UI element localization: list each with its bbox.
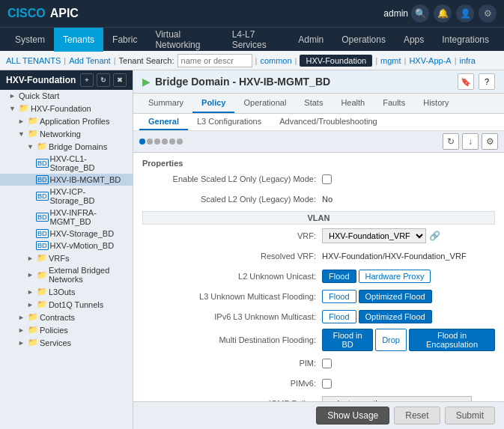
- nav-system[interactable]: System: [6, 28, 54, 52]
- multi-drop-btn[interactable]: Drop: [375, 329, 407, 351]
- vrf-select[interactable]: HXV-Foundation_VRF: [322, 228, 426, 243]
- l3-flood-btn[interactable]: Flood: [322, 290, 356, 303]
- vlan-divider: VLAN: [142, 211, 495, 225]
- user-icon-btn[interactable]: 👤: [456, 4, 474, 22]
- sidebar-icon-3[interactable]: ✖: [113, 73, 127, 87]
- nav-admin[interactable]: Admin: [289, 28, 333, 52]
- reset-btn[interactable]: Reset: [394, 407, 440, 425]
- tab-summary[interactable]: Summary: [139, 94, 192, 113]
- tree-l3outs[interactable]: ► 📁 L3Outs: [0, 285, 133, 298]
- tab-faults[interactable]: Faults: [374, 94, 414, 113]
- nav-arrows: [139, 139, 183, 144]
- tab-operational[interactable]: Operational: [234, 94, 295, 113]
- download-btn[interactable]: ↓: [462, 133, 479, 150]
- folder-icon: 📁: [28, 312, 38, 322]
- header-icons: 🔖 ?: [458, 73, 495, 90]
- tree-hxv-ib-mgmt[interactable]: BD HXV-IB-MGMT_BD: [0, 174, 133, 186]
- l2-hardware-proxy-btn[interactable]: Hardware Proxy: [359, 270, 431, 283]
- nav-dot-4: [162, 139, 168, 144]
- obj-icon: BD: [36, 175, 49, 184]
- show-usage-btn[interactable]: Show Usage: [316, 407, 389, 425]
- sub-tab-general[interactable]: General: [139, 114, 188, 130]
- nav-fabric[interactable]: Fabric: [103, 28, 146, 52]
- vrf-link-icon[interactable]: 🔗: [429, 231, 440, 241]
- submit-btn[interactable]: Submit: [445, 407, 495, 425]
- infra-tenant-link[interactable]: infra: [460, 56, 476, 65]
- tree-hxv-icp-storage[interactable]: BD HXV-ICP-Storage_BD: [0, 186, 133, 207]
- tab-stats[interactable]: Stats: [295, 94, 332, 113]
- top-bar: CISCO APIC admin 🔍 🔔 👤 ⚙: [0, 0, 504, 27]
- tree-networking[interactable]: ▼ 📁 Networking: [0, 127, 133, 140]
- settings-btn[interactable]: ⚙: [482, 133, 498, 150]
- tree-label: Policies: [40, 326, 68, 335]
- help-btn[interactable]: ?: [479, 73, 495, 90]
- tree-hxv-infra-mgmt[interactable]: BD HXV-INFRA-MGMT_BD: [0, 207, 133, 228]
- multi-flood-bd-btn[interactable]: Flood in BD: [322, 329, 373, 351]
- nav-operations[interactable]: Operations: [333, 28, 395, 52]
- tree-hxv-cl1-storage[interactable]: BD HXV-CL1-Storage_BD: [0, 153, 133, 174]
- bookmark-btn[interactable]: 🔖: [458, 73, 474, 90]
- tree-hxv-foundation[interactable]: ▼ 📁 HXV-Foundation: [0, 102, 133, 115]
- tenant-search-input[interactable]: [177, 54, 252, 67]
- all-tenants-link[interactable]: ALL TENANTS: [6, 56, 61, 65]
- search-top-btn[interactable]: 🔍: [411, 4, 429, 22]
- nav-dot-3: [154, 139, 160, 144]
- obj-icon: BD: [36, 159, 49, 168]
- nav-apps[interactable]: Apps: [395, 28, 433, 52]
- folder-icon: 📁: [28, 338, 38, 347]
- ipv6-flood-btn[interactable]: Flood: [322, 310, 356, 323]
- add-tenant-link[interactable]: Add Tenant: [69, 56, 110, 65]
- tab-policy[interactable]: Policy: [192, 94, 234, 113]
- ipv6-unknown-multicast-label: IPv6 L3 Unknown Multicast:: [142, 312, 322, 321]
- l3-optimized-flood-btn[interactable]: Optimized Flood: [359, 290, 432, 303]
- tree-label: Application Profiles: [40, 117, 110, 126]
- nav-virtual-networking[interactable]: Virtual Networking: [146, 28, 222, 52]
- enable-scaled-l2-checkbox[interactable]: [322, 174, 332, 184]
- sub-tab-advanced[interactable]: Advanced/Troubleshooting: [270, 114, 386, 130]
- nav-tenants[interactable]: Tenants: [54, 28, 103, 52]
- igmp-policy-select[interactable]: select an option: [322, 396, 472, 401]
- tree-label: HXV-vMotion_BD: [50, 241, 115, 250]
- ipv6-optimized-flood-btn[interactable]: Optimized Flood: [359, 310, 432, 323]
- bell-icon-btn[interactable]: 🔔: [434, 4, 452, 22]
- refresh-btn[interactable]: ↻: [443, 133, 459, 150]
- tree-label: Networking: [40, 130, 81, 139]
- tree-dot1q[interactable]: ► 📁 Dot1Q Tunnels: [0, 298, 133, 311]
- tree-app-profiles[interactable]: ► 📁 Application Profiles: [0, 115, 133, 127]
- tab-health[interactable]: Health: [332, 94, 374, 113]
- tree-hxv-storage[interactable]: BD HXV-Storage_BD: [0, 228, 133, 240]
- tree-quick-start[interactable]: ► Quick Start: [0, 90, 133, 102]
- tree-arrow-icon: ►: [18, 314, 25, 321]
- obj-icon: BD: [36, 229, 49, 238]
- folder-icon: 📁: [37, 270, 47, 280]
- pimv6-checkbox[interactable]: [322, 379, 332, 389]
- tree-services[interactable]: ► 📁 Services: [0, 336, 133, 349]
- sidebar-icon-1[interactable]: +: [80, 73, 94, 87]
- nav-l4l7[interactable]: L4-L7 Services: [223, 28, 290, 52]
- tab-history[interactable]: History: [414, 94, 458, 113]
- tree-policies[interactable]: ► 📁 Policies: [0, 323, 133, 336]
- apic-title: APIC: [50, 7, 384, 20]
- tree-contracts[interactable]: ► 📁 Contracts: [0, 311, 133, 323]
- multi-dest-row: Multi Destination Flooding: Flood in BD …: [142, 329, 495, 351]
- mgmt-tenant-link[interactable]: mgmt: [380, 56, 401, 65]
- tree-vrfs[interactable]: ► 📁 VRFs: [0, 252, 133, 264]
- tree-arrow-icon: ►: [18, 339, 25, 347]
- sidebar-icon-2[interactable]: ↻: [97, 73, 110, 87]
- sub-tabs-row: General L3 Configurations Advanced/Troub…: [133, 114, 504, 131]
- multi-flood-encap-btn[interactable]: Flood in Encapsulation: [409, 329, 495, 351]
- tree-hxv-vmotion[interactable]: BD HXV-vMotion_BD: [0, 240, 133, 252]
- hxv-foundation-tenant-active[interactable]: HXV-Foundation: [300, 55, 372, 67]
- tabs-row: Summary Policy Operational Stats Health …: [133, 94, 504, 114]
- pim-checkbox[interactable]: [322, 359, 332, 368]
- sub-tab-l3[interactable]: L3 Configurations: [188, 114, 270, 130]
- resolved-vrf-row: Resolved VRF: HXV-Foundation/HXV-Foundat…: [142, 248, 495, 264]
- l2-flood-btn[interactable]: Flood: [322, 270, 356, 283]
- folder-icon: 📁: [37, 299, 47, 309]
- gear-icon-btn[interactable]: ⚙: [479, 4, 497, 22]
- nav-integrations[interactable]: Integrations: [433, 28, 498, 52]
- tree-bridge-domains[interactable]: ▼ 📁 Bridge Domains: [0, 140, 133, 153]
- tree-external-bridged[interactable]: ► 📁 External Bridged Networks: [0, 264, 133, 285]
- hxv-app-a-tenant-link[interactable]: HXV-App-A: [409, 56, 451, 65]
- common-tenant-link[interactable]: common: [260, 56, 291, 65]
